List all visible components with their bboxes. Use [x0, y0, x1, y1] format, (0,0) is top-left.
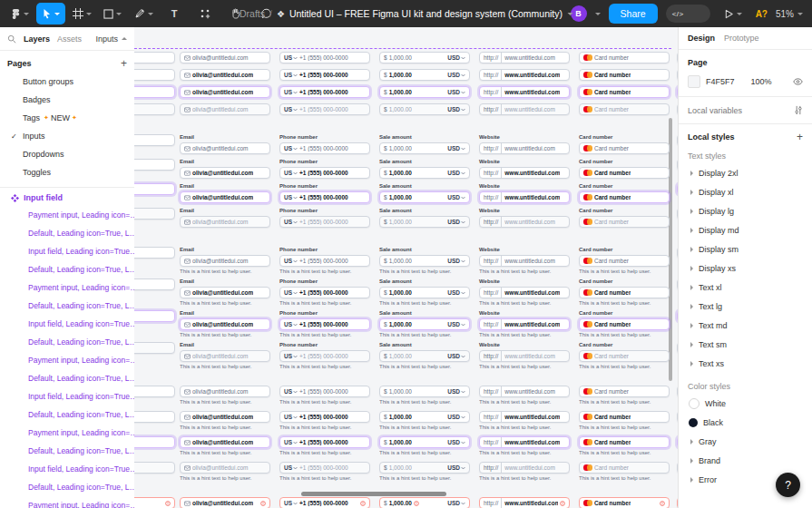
input-phone-filled[interactable]: US+1 (555) 000-0000: [279, 287, 370, 298]
input-card-focus[interactable]: Card number: [579, 86, 670, 98]
layer-item[interactable]: Payment input, Leading icon=…: [0, 351, 134, 369]
input-partial-disabled[interactable]: [134, 342, 175, 354]
input-partial-default[interactable]: [134, 386, 175, 397]
input-email-default[interactable]: olivia@untitledui.com: [180, 255, 270, 267]
component-cell[interactable]: $1,000.00USD: [379, 86, 470, 98]
input-phone-disabled[interactable]: US+1 (555) 000-0000: [279, 462, 370, 474]
component-cell[interactable]: Card number: [579, 52, 670, 64]
input-card-disabled[interactable]: Card number: [579, 216, 670, 228]
text-style-display-xl[interactable]: Display xl: [679, 182, 812, 201]
layer-item[interactable]: Payment input, Leading icon=…: [0, 424, 134, 442]
tab-prototype[interactable]: Prototype: [724, 34, 759, 43]
open-variables-button[interactable]: [794, 105, 803, 115]
component-cell[interactable]: http://www.untitledui.comThis is a hint …: [479, 411, 570, 431]
input-money-disabled[interactable]: $1,000.00USD: [379, 462, 470, 474]
component-cell[interactable]: $1,000.00USD: [379, 69, 470, 81]
local-variables-row[interactable]: Local variables: [679, 97, 812, 124]
component-cell[interactable]: Card numberCard number: [579, 183, 670, 203]
component-cell[interactable]: Sale amount$1,000.00USD: [379, 134, 470, 154]
currency-select[interactable]: USD: [447, 106, 465, 112]
currency-select[interactable]: USD: [447, 219, 465, 225]
input-email-focus[interactable]: olivia@untitledui.com: [180, 318, 270, 330]
layer-item[interactable]: Default, Leading icon=True, L…: [0, 405, 134, 424]
component-cell[interactable]: Phone numberUS+1 (555) 000-0000: [279, 208, 370, 228]
currency-select[interactable]: USD: [447, 170, 465, 176]
text-style-display-2xl[interactable]: Display 2xl: [679, 163, 812, 182]
input-email-disabled[interactable]: olivia@untitledui.com: [180, 216, 270, 228]
currency-select[interactable]: USD: [447, 464, 465, 471]
component-cell[interactable]: Emailolivia@untitledui.comThis is a hint…: [180, 342, 270, 370]
component-cell[interactable]: $1,000.00USDThis is a hint text to help …: [379, 436, 470, 456]
component-cell[interactable]: Card number: [579, 69, 670, 81]
breadcrumb-drafts[interactable]: Drafts: [240, 8, 265, 19]
country-select[interactable]: US: [284, 500, 298, 506]
input-card-focus[interactable]: Card number: [579, 191, 670, 203]
component-cell[interactable]: US+1 (555) 000-0000: [279, 86, 370, 98]
component-cell[interactable]: Card numberThis is a hint text to help u…: [579, 411, 670, 431]
layer-item[interactable]: Default, Leading icon=True, L…: [0, 260, 134, 278]
add-style-button[interactable]: +: [797, 132, 803, 142]
horizontal-scrollbar[interactable]: [301, 492, 446, 496]
input-email-filled[interactable]: olivia@untitledui.com: [180, 167, 270, 179]
input-email-focus[interactable]: olivia@untitledui.com: [180, 191, 270, 203]
component-cell[interactable]: olivia@untitledui.com: [180, 497, 270, 508]
input-phone-focus[interactable]: US+1 (555) 000-0000: [279, 191, 370, 203]
country-select[interactable]: US: [284, 289, 298, 296]
input-card-error[interactable]: Card number: [579, 497, 670, 508]
input-email-default[interactable]: olivia@untitledui.com: [180, 52, 270, 64]
input-money-default[interactable]: $1,000.00USD: [379, 142, 470, 154]
input-phone-error[interactable]: US+1 (555) 000-0000: [279, 497, 370, 508]
dev-mode-toggle[interactable]: </>: [666, 5, 710, 23]
component-cell[interactable]: olivia@untitledui.com: [180, 86, 270, 98]
component-cell[interactable]: Sale amount$1,000.00USD: [379, 159, 470, 179]
component-cell[interactable]: [134, 86, 175, 98]
component-cell[interactable]: Websitehttp://www.untitledui.comThis is …: [479, 278, 570, 307]
component-cell[interactable]: olivia@untitledui.comThis is a hint text…: [180, 386, 270, 405]
page-item-button-groups[interactable]: Button groups: [0, 73, 134, 91]
component-cell[interactable]: Card number: [579, 86, 670, 98]
country-select[interactable]: US: [284, 464, 298, 471]
component-cell[interactable]: US+1 (555) 000-0000: [279, 103, 370, 115]
component-cell[interactable]: Card numberCard numberThis is a hint tex…: [579, 247, 670, 275]
layer-item[interactable]: Default, Leading icon=True, L…: [0, 297, 134, 315]
component-cell[interactable]: Websitehttp://www.untitledui.com: [479, 134, 570, 154]
component-cell[interactable]: http://www.untitledui.com: [479, 103, 570, 115]
input-email-disabled[interactable]: olivia@untitledui.com: [180, 462, 270, 474]
component-cell[interactable]: Emailolivia@untitledui.com: [180, 134, 270, 154]
component-cell[interactable]: Websitehttp://www.untitledui.com: [479, 183, 570, 203]
component-cell[interactable]: [134, 310, 175, 322]
component-cell[interactable]: US+1 (555) 000-0000This is a hint text t…: [279, 386, 370, 405]
component-cell[interactable]: olivia@untitledui.com: [180, 69, 270, 81]
component-cell[interactable]: [134, 497, 175, 508]
country-select[interactable]: US: [284, 439, 298, 445]
input-url-filled[interactable]: http://www.untitledui.com: [479, 69, 570, 81]
input-url-filled[interactable]: http://www.untitledui.com: [479, 287, 570, 298]
input-money-filled[interactable]: $1,000.00USD: [379, 167, 470, 179]
component-cell[interactable]: [134, 278, 175, 290]
input-url-filled[interactable]: http://www.untitledui.com: [479, 167, 570, 179]
input-money-default[interactable]: $1,000.00USD: [379, 386, 470, 397]
component-cell[interactable]: Card number: [579, 497, 670, 508]
input-money-disabled[interactable]: $1,000.00USD: [379, 103, 470, 115]
component-cell[interactable]: Card number: [579, 103, 670, 115]
country-select[interactable]: US: [284, 219, 298, 225]
component-cell[interactable]: Phone numberUS+1 (555) 000-0000This is a…: [279, 247, 370, 275]
search-icon[interactable]: [7, 34, 16, 44]
component-cell[interactable]: Emailolivia@untitledui.comThis is a hint…: [180, 278, 270, 307]
country-select[interactable]: US: [284, 145, 298, 151]
page-color-opacity[interactable]: 100%: [751, 77, 772, 86]
component-cell[interactable]: Card numberCard number: [579, 208, 670, 228]
input-phone-focus[interactable]: US+1 (555) 000-0000: [279, 86, 370, 98]
component-cell[interactable]: Sale amount$1,000.00USDThis is a hint te…: [379, 310, 470, 338]
input-card-default[interactable]: Card number: [579, 52, 670, 64]
avatar[interactable]: B: [571, 5, 587, 22]
component-cell[interactable]: Phone numberUS+1 (555) 000-0000This is a…: [279, 278, 370, 307]
component-set-input-field[interactable]: Input field: [0, 188, 134, 206]
component-cell[interactable]: US+1 (555) 000-0000This is a hint text t…: [279, 436, 370, 456]
component-cell[interactable]: http://www.untitledui.comThis is a hint …: [479, 436, 570, 456]
page-color-swatch[interactable]: [688, 75, 700, 88]
component-cell[interactable]: US+1 (555) 000-0000: [279, 497, 370, 508]
currency-select[interactable]: USD: [447, 388, 465, 395]
component-cell[interactable]: [134, 436, 175, 448]
component-cell[interactable]: [134, 69, 175, 81]
